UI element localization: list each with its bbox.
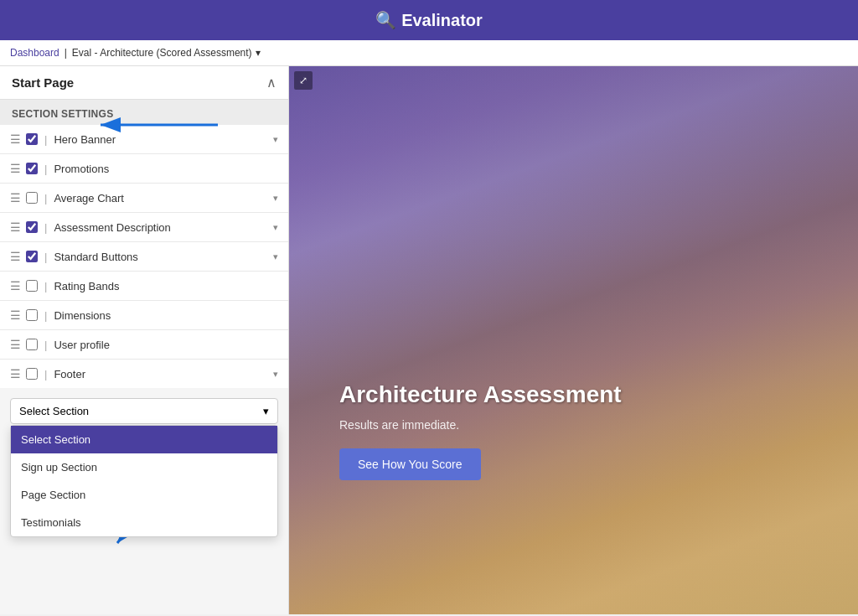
add-section-container: Select Section ▾ Select Section Sign up … <box>0 388 288 434</box>
hero-banner-label: Hero Banner <box>54 133 268 146</box>
promotions-checkbox[interactable] <box>26 163 38 174</box>
hero-banner-checkbox[interactable] <box>26 133 38 145</box>
dropdown-item-page-section[interactable]: Page Section <box>11 481 277 509</box>
sidebar-title-container: Start Page <box>12 75 74 90</box>
main-container: Start Page ∧ Section Settings ☰ | Hero B… <box>0 66 858 614</box>
preview-expand-button[interactable]: ⤢ <box>294 71 313 90</box>
drag-icon[interactable]: ☰ <box>10 220 21 234</box>
drag-icon[interactable]: ☰ <box>10 367 21 380</box>
list-item: ☰ | Footer ▾ <box>0 360 288 388</box>
standard-buttons-label: Standard Buttons <box>54 251 268 263</box>
breadcrumb-current-eval: Eval - Architecture (Scored Assessment) … <box>72 47 261 59</box>
drag-icon[interactable]: ☰ <box>10 162 21 175</box>
list-item: ☰ | Dimensions <box>0 301 288 330</box>
add-section-dropdown[interactable]: Select Section ▾ <box>10 398 278 424</box>
breadcrumb: Dashboard | Eval - Architecture (Scored … <box>0 40 858 66</box>
breadcrumb-separator: | <box>65 47 67 59</box>
list-item: ☰ | Standard Buttons ▾ <box>0 242 288 272</box>
sidebar-header: Start Page ∧ <box>0 66 288 100</box>
assessment-description-label: Assessment Description <box>54 221 268 234</box>
preview-content: Architecture Assessment Results are imme… <box>339 381 622 480</box>
dropdown-item-select-section[interactable]: Select Section <box>11 426 277 453</box>
average-chart-chevron[interactable]: ▾ <box>273 193 278 204</box>
assessment-description-checkbox[interactable] <box>26 221 38 233</box>
drag-icon[interactable]: ☰ <box>10 308 21 322</box>
user-profile-checkbox[interactable] <box>26 339 38 350</box>
breadcrumb-dashboard-link[interactable]: Dashboard <box>10 47 59 59</box>
preview-title: Architecture Assessment <box>339 381 622 408</box>
average-chart-checkbox[interactable] <box>26 192 38 204</box>
dropdown-chevron-icon: ▾ <box>263 405 269 417</box>
dropdown-item-sign-up-section[interactable]: Sign up Section <box>11 453 277 481</box>
settings-list: ☰ | Hero Banner ▾ ☰ | Promotions ☰ | Ave… <box>0 125 288 388</box>
expand-icon: ⤢ <box>299 75 308 86</box>
list-item: ☰ | Rating Bands <box>0 272 288 301</box>
section-dropdown-menu: Select Section Sign up Section Page Sect… <box>10 425 278 537</box>
preview-panel: ⤢ Architecture Assessment Results are im… <box>289 66 858 614</box>
dimensions-label: Dimensions <box>54 309 278 322</box>
hero-banner-chevron[interactable]: ▾ <box>273 134 278 145</box>
breadcrumb-dropdown-icon[interactable]: ▾ <box>256 47 261 59</box>
standard-buttons-chevron[interactable]: ▾ <box>273 251 278 262</box>
preview-background: Architecture Assessment Results are imme… <box>289 66 858 614</box>
drag-icon[interactable]: ☰ <box>10 279 21 292</box>
average-chart-label: Average Chart <box>54 192 268 204</box>
rating-bands-checkbox[interactable] <box>26 280 38 292</box>
drag-icon[interactable]: ☰ <box>10 338 21 351</box>
drag-icon[interactable]: ☰ <box>10 250 21 263</box>
section-settings-label: Section Settings <box>0 100 288 125</box>
footer-chevron[interactable]: ▾ <box>273 369 278 380</box>
rating-bands-label: Rating Bands <box>54 280 278 292</box>
logo-icon: 🔍 <box>375 10 396 30</box>
start-page-title: Start Page <box>12 75 74 90</box>
app-header: 🔍 Evalinator <box>0 0 858 40</box>
list-item: ☰ | Promotions <box>0 154 288 184</box>
drag-icon[interactable]: ☰ <box>10 132 21 146</box>
list-item: ☰ | Hero Banner ▾ <box>0 125 288 154</box>
logo-text: Evalinator <box>401 11 483 30</box>
add-section-label: Select Section <box>19 405 89 417</box>
standard-buttons-checkbox[interactable] <box>26 251 38 262</box>
app-logo: 🔍 Evalinator <box>375 10 483 30</box>
user-profile-label: User profile <box>54 339 278 351</box>
preview-cta-button[interactable]: See How You Score <box>339 448 481 480</box>
list-item: ☰ | Average Chart ▾ <box>0 184 288 213</box>
list-item: ☰ | Assessment Description ▾ <box>0 213 288 242</box>
dropdown-item-testimonials[interactable]: Testimonials <box>11 509 277 536</box>
sidebar-collapse-icon[interactable]: ∧ <box>266 75 277 91</box>
assessment-description-chevron[interactable]: ▾ <box>273 222 278 233</box>
preview-subtitle: Results are immediate. <box>339 418 622 432</box>
footer-checkbox[interactable] <box>26 368 38 380</box>
sidebar: Start Page ∧ Section Settings ☰ | Hero B… <box>0 66 289 614</box>
footer-label: Footer <box>54 368 268 380</box>
list-item: ☰ | User profile <box>0 330 288 360</box>
drag-icon[interactable]: ☰ <box>10 191 21 204</box>
promotions-label: Promotions <box>54 163 278 175</box>
dimensions-checkbox[interactable] <box>26 309 38 321</box>
